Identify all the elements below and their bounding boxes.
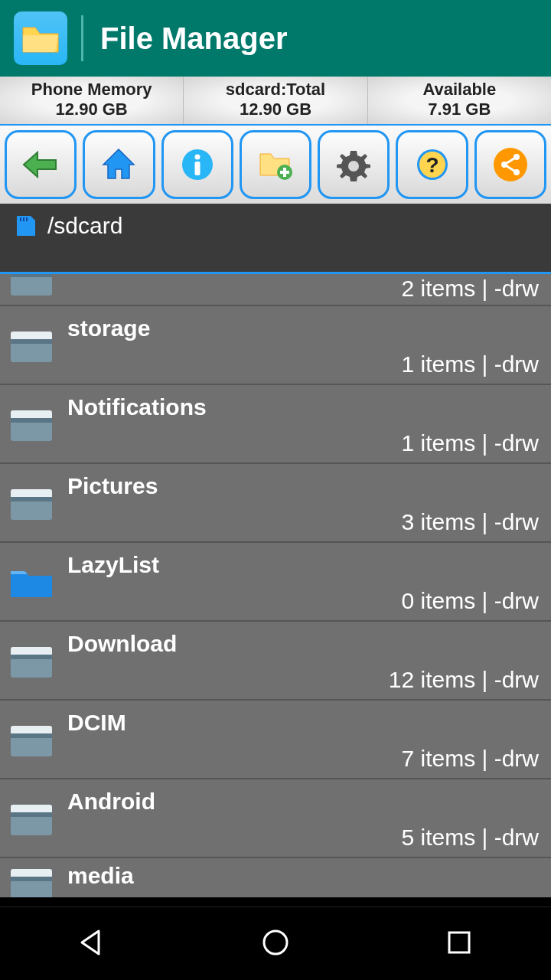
- svg-rect-18: [26, 217, 28, 221]
- storage-value: 7.91 GB: [368, 100, 551, 119]
- item-meta: 0 items | -drw: [402, 588, 540, 614]
- list-item[interactable]: Download 12 items | -drw: [0, 622, 551, 701]
- folder-icon: [8, 562, 55, 602]
- back-button[interactable]: [5, 130, 77, 199]
- share-icon: [491, 145, 530, 185]
- svg-rect-21: [11, 274, 52, 277]
- storage-value: 12.90 GB: [0, 100, 183, 119]
- list-item[interactable]: LazyList 0 items | -drw: [0, 543, 551, 622]
- item-name: storage: [67, 315, 540, 341]
- app-logo-icon: [14, 11, 67, 65]
- folder-icon: [8, 325, 55, 365]
- storage-label: Available: [368, 80, 551, 100]
- storage-phone-memory[interactable]: Phone Memory 12.90 GB: [0, 77, 184, 124]
- sdcard-icon: [14, 214, 37, 237]
- file-list: 2 items | -drw storage 1 items | -drw No…: [0, 274, 551, 897]
- item-meta: 2 items | -drw: [402, 276, 540, 302]
- list-item[interactable]: Android 5 items | -drw: [0, 779, 551, 858]
- header-divider: [81, 15, 83, 61]
- svg-rect-30: [11, 497, 52, 501]
- folder-icon: [8, 720, 55, 760]
- new-folder-button[interactable]: [240, 130, 311, 199]
- svg-rect-20: [11, 274, 52, 296]
- list-item[interactable]: DCIM 7 items | -drw: [0, 701, 551, 779]
- item-name: DCIM: [67, 710, 540, 736]
- svg-rect-42: [11, 877, 52, 881]
- circle-home-icon: [259, 926, 292, 959]
- storage-sdcard-total[interactable]: sdcard:Total 12.90 GB: [184, 77, 367, 124]
- item-name: Android: [67, 789, 540, 815]
- arrow-left-icon: [21, 145, 60, 185]
- list-item[interactable]: 2 items | -drw: [0, 274, 551, 306]
- svg-point-1: [194, 155, 200, 160]
- app-header: File Manager: [0, 0, 551, 77]
- item-meta: 5 items | -drw: [402, 825, 540, 851]
- svg-rect-2: [194, 162, 200, 175]
- storage-value: 12.90 GB: [184, 100, 367, 119]
- settings-button[interactable]: [318, 130, 390, 199]
- storage-summary: Phone Memory 12.90 GB sdcard:Total 12.90…: [0, 77, 551, 126]
- svg-rect-24: [11, 339, 52, 344]
- help-icon: ?: [412, 145, 452, 185]
- nav-home-button[interactable]: [259, 926, 292, 962]
- item-meta: 1 items | -drw: [402, 430, 540, 456]
- item-meta: 7 items | -drw: [402, 746, 540, 772]
- home-button[interactable]: [83, 130, 155, 199]
- path-bar[interactable]: /sdcard: [0, 204, 551, 274]
- square-recent-icon: [443, 926, 475, 959]
- item-name: Pictures: [67, 473, 540, 499]
- item-name: Download: [67, 631, 540, 657]
- item-meta: 1 items | -drw: [402, 351, 540, 377]
- new-folder-icon: [256, 145, 295, 185]
- folder-icon: [8, 274, 55, 299]
- svg-point-6: [348, 161, 359, 172]
- folder-icon: [8, 641, 55, 681]
- share-button[interactable]: [474, 130, 546, 199]
- folder-icon: [8, 799, 55, 838]
- svg-rect-33: [11, 655, 52, 659]
- svg-rect-16: [20, 217, 21, 221]
- folder-icon: [8, 863, 55, 897]
- storage-available[interactable]: Available 7.91 GB: [368, 77, 551, 124]
- folder-icon: [8, 404, 55, 444]
- folder-icon: [8, 483, 55, 523]
- svg-rect-36: [11, 733, 52, 738]
- current-path: /sdcard: [47, 213, 122, 239]
- home-icon: [99, 145, 139, 185]
- item-name: Notifications: [67, 394, 540, 420]
- triangle-back-icon: [76, 926, 108, 959]
- item-name: media: [67, 863, 540, 889]
- info-icon: [178, 145, 217, 185]
- app-title: File Manager: [100, 21, 288, 56]
- storage-label: Phone Memory: [0, 80, 183, 100]
- svg-rect-39: [11, 812, 52, 817]
- toolbar: ?: [0, 126, 551, 204]
- svg-rect-44: [449, 933, 469, 952]
- list-item[interactable]: media: [0, 858, 551, 897]
- item-name: LazyList: [67, 552, 540, 578]
- help-button[interactable]: ?: [396, 130, 468, 199]
- nav-back-button[interactable]: [76, 926, 108, 962]
- list-item[interactable]: storage 1 items | -drw: [0, 306, 551, 385]
- gear-icon: [334, 145, 373, 185]
- list-item[interactable]: Notifications 1 items | -drw: [0, 385, 551, 464]
- item-meta: 3 items | -drw: [402, 509, 540, 535]
- nav-recent-button[interactable]: [443, 926, 475, 962]
- svg-point-43: [264, 931, 287, 954]
- svg-text:?: ?: [425, 153, 439, 177]
- info-button[interactable]: [161, 130, 233, 199]
- storage-label: sdcard:Total: [184, 80, 367, 100]
- svg-point-10: [494, 148, 527, 181]
- svg-rect-27: [11, 418, 52, 423]
- android-navbar: [0, 906, 551, 980]
- svg-rect-5: [280, 171, 289, 174]
- list-item[interactable]: Pictures 3 items | -drw: [0, 464, 551, 543]
- svg-rect-17: [23, 217, 24, 221]
- item-meta: 12 items | -drw: [389, 667, 539, 693]
